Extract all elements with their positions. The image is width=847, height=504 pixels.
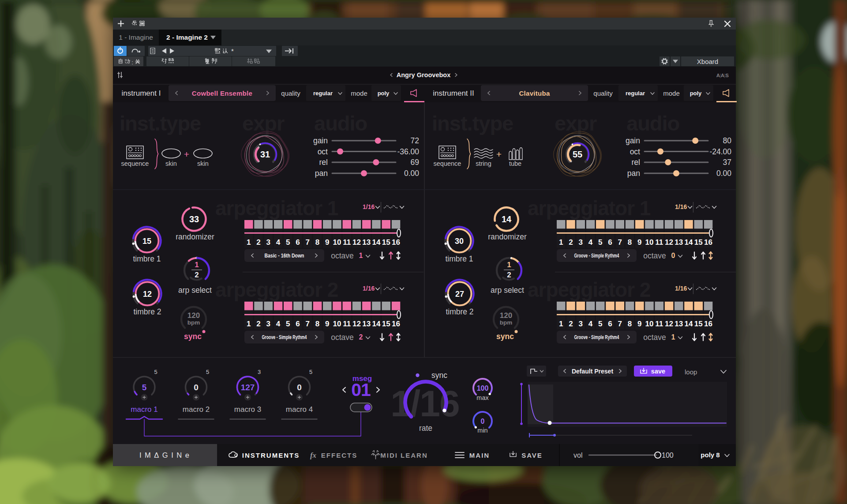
svg-text:poly: poly: [378, 90, 390, 97]
svg-text:EFFECTS: EFFECTS: [321, 452, 357, 459]
svg-text:timbre 2: timbre 2: [133, 307, 161, 316]
svg-text:3: 3: [266, 238, 270, 246]
svg-text:fx: fx: [310, 451, 317, 459]
svg-text:gain: gain: [313, 136, 328, 145]
svg-text:Xboard: Xboard: [697, 58, 718, 65]
svg-text:4: 4: [276, 320, 281, 328]
svg-text:6: 6: [608, 320, 612, 328]
svg-text:audio: audio: [626, 112, 679, 135]
svg-text:4: 4: [588, 238, 593, 246]
svg-text:Groove - Simple Rythm4: Groove - Simple Rythm4: [262, 334, 307, 340]
svg-text:12: 12: [143, 290, 152, 299]
svg-text:timbre 1: timbre 1: [445, 254, 473, 263]
svg-text:5: 5: [309, 369, 312, 375]
svg-text:3: 3: [578, 238, 582, 246]
svg-text:15: 15: [694, 320, 703, 328]
svg-text:4: 4: [588, 320, 593, 328]
svg-text:5: 5: [206, 369, 209, 375]
svg-text:12: 12: [665, 320, 673, 328]
svg-text:14: 14: [685, 320, 693, 328]
svg-text:1/16: 1/16: [363, 285, 375, 292]
svg-text:3: 3: [266, 320, 270, 328]
svg-text:1: 1: [195, 261, 199, 269]
svg-text:2: 2: [256, 320, 260, 328]
svg-text:37: 37: [723, 158, 731, 167]
svg-text:INSTRUMENTS: INSTRUMENTS: [242, 452, 300, 459]
svg-text:2: 2: [359, 333, 363, 341]
svg-text:mode: mode: [663, 90, 680, 97]
svg-text:sequence: sequence: [121, 160, 149, 167]
svg-text:macro 4: macro 4: [286, 405, 313, 414]
svg-text:-36.00: -36.00: [397, 147, 419, 156]
svg-text:10: 10: [645, 320, 654, 328]
svg-text:min: min: [477, 427, 487, 434]
svg-text:arpeggiator 2: arpeggiator 2: [528, 278, 650, 301]
svg-text:Default Preset: Default Preset: [572, 368, 613, 375]
svg-text:vol: vol: [573, 452, 582, 459]
svg-text:30: 30: [455, 237, 464, 246]
svg-text:14: 14: [372, 238, 381, 246]
svg-text:8: 8: [315, 320, 319, 328]
svg-text:arpeggiator 1: arpeggiator 1: [215, 197, 338, 220]
svg-text:10: 10: [645, 238, 654, 246]
svg-text:100: 100: [477, 385, 489, 392]
svg-text:14: 14: [372, 320, 381, 328]
svg-text:127: 127: [241, 383, 255, 392]
svg-text:55: 55: [573, 149, 582, 159]
svg-text:6: 6: [296, 238, 300, 246]
svg-text:instrument II: instrument II: [433, 89, 474, 97]
svg-text:instrument I: instrument I: [122, 89, 161, 97]
svg-text:timbre 2: timbre 2: [446, 307, 473, 316]
svg-text:7: 7: [305, 238, 309, 246]
svg-text:tube: tube: [509, 160, 521, 167]
svg-text:5: 5: [142, 383, 147, 392]
svg-text:*: *: [231, 47, 234, 55]
svg-text:loop: loop: [685, 368, 697, 376]
svg-text:pan: pan: [627, 169, 640, 178]
svg-text:5: 5: [598, 320, 602, 328]
svg-text::: :: [131, 59, 133, 66]
svg-text:11: 11: [343, 320, 351, 328]
svg-text:gain: gain: [626, 136, 640, 145]
svg-text:0.00: 0.00: [716, 169, 731, 178]
svg-text:MAIN: MAIN: [469, 452, 490, 459]
svg-text:pan: pan: [315, 169, 328, 178]
svg-text:macro 1: macro 1: [131, 405, 157, 414]
svg-text:2: 2: [507, 271, 511, 279]
svg-text:oct: oct: [318, 147, 328, 156]
svg-text:13: 13: [675, 238, 683, 246]
svg-text:120: 120: [500, 311, 512, 320]
svg-text:15: 15: [142, 237, 151, 246]
svg-text:5: 5: [598, 238, 602, 246]
svg-text:12: 12: [352, 320, 361, 328]
svg-text:01: 01: [351, 380, 371, 400]
svg-text:0.00: 0.00: [404, 169, 419, 178]
svg-text:10: 10: [333, 320, 341, 328]
svg-text:11: 11: [655, 320, 663, 328]
svg-text:1: 1: [247, 238, 251, 246]
svg-text:1/16: 1/16: [675, 285, 687, 292]
svg-text:7: 7: [618, 320, 622, 328]
svg-text:quality: quality: [281, 90, 300, 97]
svg-text:regular: regular: [313, 90, 333, 97]
svg-text:9: 9: [637, 238, 641, 246]
svg-text:15: 15: [382, 320, 390, 328]
svg-text:31: 31: [260, 149, 270, 159]
svg-text:2: 2: [569, 320, 573, 328]
svg-text:33: 33: [189, 214, 199, 224]
svg-text:macro 3: macro 3: [234, 405, 261, 414]
svg-text:10: 10: [333, 238, 341, 246]
svg-text:arpeggiator 1: arpeggiator 1: [528, 197, 651, 220]
svg-text:0: 0: [297, 383, 302, 392]
svg-text:120: 120: [187, 311, 200, 320]
svg-text:octave: octave: [331, 333, 354, 342]
svg-text:69: 69: [411, 158, 419, 167]
svg-text:Basic - 16th Down: Basic - 16th Down: [265, 253, 304, 259]
svg-text:audio: audio: [314, 112, 367, 135]
svg-text:Angry Groovebox: Angry Groovebox: [397, 71, 450, 78]
svg-text:inst.type: inst.type: [120, 112, 201, 135]
svg-text:bpm: bpm: [187, 319, 200, 326]
svg-text:sync: sync: [184, 332, 202, 341]
svg-text:Groove - Simple Rythm4: Groove - Simple Rythm4: [574, 334, 619, 340]
svg-text:A: A: [721, 73, 724, 78]
